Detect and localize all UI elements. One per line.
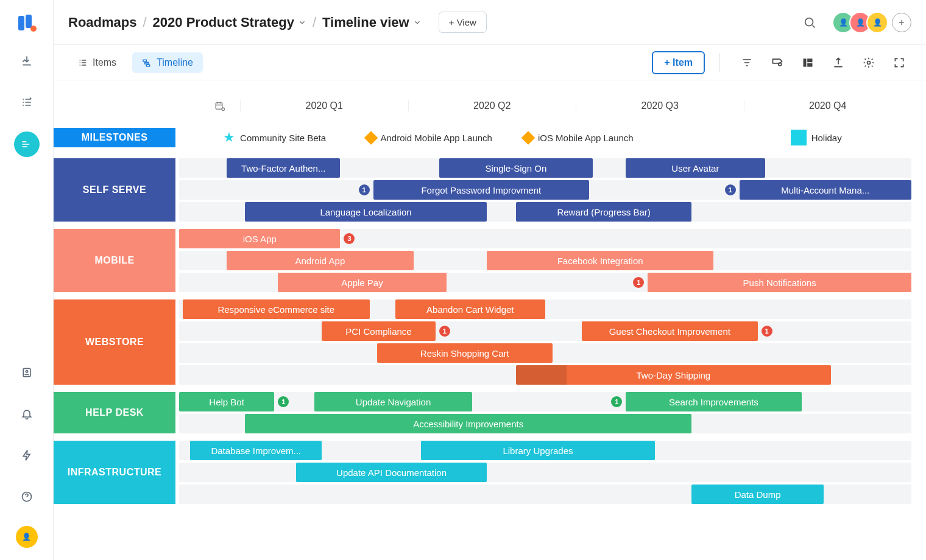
timeline-bar[interactable]: Search Improvements — [626, 392, 801, 411]
timeline-bar[interactable]: Update API Documentation — [296, 463, 487, 482]
bar-label: Search Improvements — [669, 397, 758, 407]
count-badge: 3 — [344, 233, 355, 244]
fullscreen-icon[interactable] — [893, 57, 905, 69]
bar-label: Reward (Progress Bar) — [557, 207, 650, 217]
breadcrumb-doc-label: 2020 Product Strategy — [153, 15, 294, 30]
holiday-box-icon — [791, 130, 807, 145]
contacts-icon[interactable] — [15, 360, 39, 385]
timeline-bar[interactable]: Forgot Password Improvment — [373, 180, 590, 200]
app-logo[interactable] — [18, 15, 35, 32]
tab-items[interactable]: Items — [68, 52, 126, 73]
timeline-bar[interactable]: Two-Factor Authen... — [227, 158, 340, 178]
gear-icon[interactable] — [863, 57, 875, 69]
timeline-bar[interactable]: Language Localization — [245, 202, 487, 222]
bar-label: Single-Sign On — [485, 163, 546, 173]
bar-label: PCI Compliance — [345, 326, 411, 337]
add-view-button[interactable]: + View — [439, 12, 487, 33]
track: Responsive eCommerce siteAbandon Cart Wi… — [179, 299, 911, 319]
add-collaborator-button[interactable]: + — [892, 13, 911, 32]
bar-label: Forgot Password Improvment — [421, 185, 541, 195]
tab-timeline[interactable]: Timeline — [132, 52, 203, 73]
bar-label: Help Bot — [209, 397, 244, 407]
timeline-bar[interactable]: Library Upgrades — [421, 441, 656, 460]
timeline-bar[interactable]: Push Notifications — [648, 273, 911, 292]
timeline-bar[interactable]: Apple Pay — [278, 273, 446, 292]
milestone-item[interactable]: Holiday — [791, 130, 842, 145]
diamond-icon — [364, 131, 378, 145]
track: Database Improvem...Library Upgrades — [179, 441, 911, 460]
svg-rect-12 — [216, 103, 222, 110]
track: Two-Day Shipping — [179, 365, 911, 385]
timeline-bar[interactable]: PCI Compliance — [322, 321, 435, 341]
timeline-bar[interactable]: Android App — [227, 251, 414, 270]
search-icon[interactable] — [803, 16, 816, 29]
track: Android AppFacebook Integration — [179, 251, 911, 270]
quarter-header: 2020 Q4 — [744, 100, 912, 111]
svg-point-7 — [779, 63, 782, 66]
bar-label: Accessibility Improvements — [413, 419, 523, 429]
timeline-bar[interactable]: Help Bot — [179, 392, 274, 411]
milestone-item[interactable]: iOS Mobile App Launch — [523, 133, 634, 143]
breadcrumb-separator: / — [143, 15, 146, 30]
track: Update API Documentation — [179, 463, 911, 482]
track: Forgot Password Improvment1Multi-Account… — [179, 180, 911, 200]
list-check-icon[interactable] — [15, 90, 39, 114]
timeline-bar[interactable]: Multi-Account Mana... — [740, 180, 911, 200]
export-icon[interactable] — [832, 57, 844, 69]
track: Language LocalizationReward (Progress Ba… — [179, 202, 911, 222]
avatar[interactable]: 👤 — [866, 12, 888, 33]
bar-label: Responsive eCommerce site — [217, 304, 334, 315]
diamond-icon — [521, 131, 535, 145]
breadcrumb-root[interactable]: Roadmaps — [68, 15, 136, 30]
lane-body: Help Bot1Update NavigationSearch Improve… — [179, 392, 911, 433]
milestone-item[interactable]: ★Community Site Beta — [223, 130, 326, 145]
bar-label: User Avatar — [671, 163, 719, 173]
milestone-label: Holiday — [811, 133, 842, 143]
inbox-icon[interactable] — [15, 49, 39, 73]
add-item-button[interactable]: + Item — [652, 51, 705, 74]
timeline-bar[interactable]: Facebook Integration — [487, 251, 714, 270]
timeline-bar[interactable]: Guest Checkout Improvement — [582, 321, 757, 341]
svg-rect-5 — [145, 62, 149, 64]
calendar-settings-icon[interactable] — [214, 100, 225, 111]
bolt-icon[interactable] — [15, 443, 39, 467]
tag-icon[interactable] — [771, 57, 783, 69]
svg-rect-10 — [807, 63, 812, 66]
help-icon[interactable] — [15, 485, 39, 509]
timeline-bar[interactable]: User Avatar — [626, 158, 765, 178]
filter-icon[interactable] — [741, 57, 753, 69]
timeline-bar[interactable]: Data Dump — [691, 485, 823, 504]
breadcrumb-view[interactable]: Timeline view — [322, 15, 422, 30]
bar-label: Facebook Integration — [557, 256, 643, 266]
current-user-avatar[interactable]: 👤 — [16, 526, 38, 548]
star-icon: ★ — [223, 130, 235, 145]
timeline-bar[interactable]: Reskin Shopping Cart — [377, 343, 553, 363]
timeline-bar[interactable]: Single-Sign On — [439, 158, 593, 178]
breadcrumb-separator: / — [313, 15, 316, 30]
timeline-bar[interactable]: Accessibility Improvements — [245, 414, 691, 433]
milestone-item[interactable]: Android Mobile App Launch — [366, 133, 492, 143]
track: Data Dump — [179, 485, 911, 504]
timeline-bar[interactable]: Reward (Progress Bar) — [516, 202, 691, 222]
svg-point-13 — [222, 108, 225, 111]
timeline-bar[interactable]: Database Improvem... — [190, 441, 322, 460]
timeline-bar[interactable]: Two-Day Shipping — [516, 365, 831, 385]
track: Reskin Shopping Cart — [179, 343, 911, 363]
timeline-bar[interactable]: Update Navigation — [314, 392, 472, 411]
track: Help Bot1Update NavigationSearch Improve… — [179, 392, 911, 411]
count-badge: 1 — [611, 396, 622, 407]
notifications-icon[interactable] — [15, 402, 39, 426]
timeline-bar[interactable]: iOS App — [179, 229, 340, 248]
swimlane: HELP DESKHelp Bot1Update NavigationSearc… — [54, 392, 911, 433]
timeline-bar[interactable]: Responsive eCommerce site — [183, 299, 370, 319]
milestone-label: Community Site Beta — [240, 133, 326, 143]
timeline-icon — [142, 58, 152, 68]
breadcrumb-doc[interactable]: 2020 Product Strategy — [153, 15, 306, 30]
svg-point-11 — [868, 61, 871, 64]
roadmap-icon[interactable] — [14, 131, 40, 157]
layout-icon[interactable] — [802, 57, 814, 69]
milestones-label: MILESTONES — [54, 128, 175, 147]
lane-label: WEBSTORE — [54, 299, 175, 385]
timeline-bar[interactable]: Abandon Cart Widget — [395, 299, 545, 319]
bar-label: Library Upgrades — [503, 446, 573, 456]
